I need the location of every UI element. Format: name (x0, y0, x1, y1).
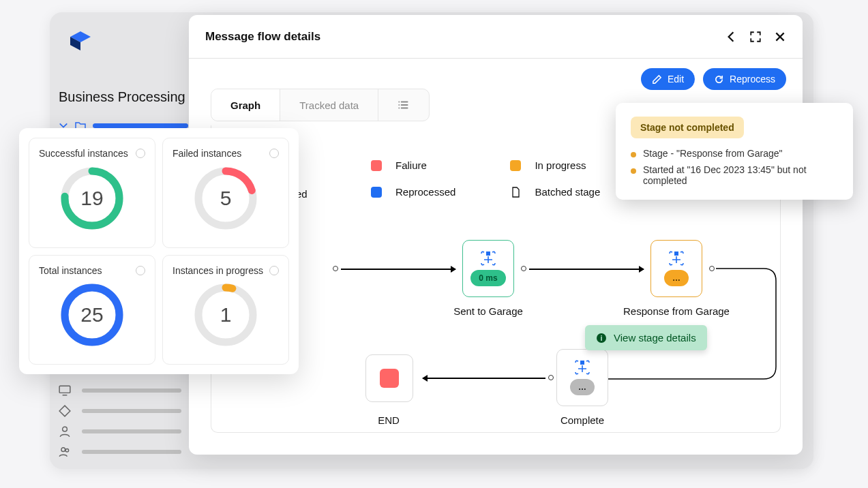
user-icon (59, 425, 71, 438)
svg-point-1 (63, 427, 68, 431)
node1-label: Sent to Garage (420, 305, 556, 317)
node-complete[interactable]: … (556, 349, 608, 406)
legend-reprocessed: Reprocessed (371, 186, 455, 198)
users-icon (59, 446, 71, 458)
popover-line: Stage - "Response from Garage" (631, 148, 838, 159)
kpi-successful-value: 19 (80, 187, 103, 210)
reprocess-button[interactable]: Reprocess (703, 68, 786, 90)
info-icon[interactable] (136, 149, 145, 158)
diamond-icon (59, 405, 71, 417)
stage-status-popover: Stage not completed Stage - "Response fr… (616, 103, 853, 200)
flow-node-icon (667, 251, 686, 266)
kpi-progress-value: 1 (220, 303, 232, 326)
flow-node-icon (479, 251, 498, 266)
app-logo (70, 31, 91, 57)
info-icon: i (596, 333, 607, 344)
back-icon[interactable] (725, 31, 737, 43)
svg-point-2 (61, 448, 65, 452)
legend: Faliure In progress Reprocessed Batched … (371, 159, 600, 198)
arrow-start-to-node1 (341, 269, 455, 270)
svg-rect-0 (59, 386, 70, 393)
list-icon (398, 99, 410, 111)
close-icon[interactable] (774, 31, 786, 43)
node3-pill: … (570, 379, 595, 395)
view-stage-details-tip[interactable]: i View stage details (585, 325, 707, 350)
tab-list[interactable] (378, 89, 429, 121)
end-label: END (320, 414, 457, 426)
panel-header: Message flow details (189, 15, 803, 59)
port-n1-out (521, 266, 526, 271)
action-row: Edit Reprocess (189, 59, 803, 90)
status-badge: Stage not completed (631, 117, 744, 138)
port-n3-in (548, 375, 554, 380)
info-icon[interactable] (269, 149, 279, 158)
info-icon[interactable] (269, 266, 279, 275)
sidebar-items (59, 380, 181, 462)
kpi-total-value: 25 (80, 303, 103, 326)
edit-icon (652, 74, 662, 85)
swatch-failure (371, 160, 382, 171)
node1-time-pill: 0 ms (470, 270, 505, 286)
tab-tracked-data[interactable]: Tracked data (280, 89, 378, 121)
monitor-icon (59, 384, 71, 397)
kpi-total: Total instances 25 (29, 255, 155, 365)
tab-graph[interactable]: Graph (211, 89, 280, 121)
popover-line: Started at "16 Dec 2023 13:45" but not c… (631, 164, 838, 186)
swatch-reprocessed (371, 187, 382, 198)
document-icon (510, 187, 521, 198)
node-sent-to-garage[interactable]: 0 ms (462, 240, 514, 297)
arrow-n2-to-n3 (593, 266, 784, 382)
svg-point-3 (65, 449, 69, 453)
kpi-failed: Failed instances 5 (162, 138, 289, 248)
panel-title: Message flow details (205, 30, 320, 44)
info-icon[interactable] (136, 266, 145, 275)
fullscreen-icon[interactable] (749, 31, 762, 43)
kpi-in-progress: Instances in progress 1 (162, 255, 289, 365)
end-icon (380, 369, 399, 388)
node-end[interactable] (365, 354, 413, 402)
flow-node-icon (573, 360, 592, 375)
workspace-title: Business Processing (59, 89, 185, 105)
svg-rect-6 (580, 361, 584, 365)
legend-in-progress: In progress (510, 159, 600, 171)
arrow-n3-to-end (423, 378, 545, 379)
svg-rect-4 (486, 251, 490, 256)
swatch-in-progress (510, 160, 521, 171)
edit-button-label: Edit (668, 74, 684, 85)
tip-label: View stage details (614, 332, 696, 344)
svg-rect-5 (674, 251, 678, 256)
tabs: Graph Tracked data (211, 89, 430, 121)
node3-label: Complete (514, 414, 650, 426)
edit-button[interactable]: Edit (641, 68, 695, 90)
kpi-card: Successful instances 19 Failed instances… (19, 128, 299, 374)
port-start (333, 266, 338, 271)
legend-failure: Faliure (371, 159, 455, 171)
kpi-failed-value: 5 (220, 187, 232, 210)
refresh-icon (714, 74, 724, 85)
reprocess-button-label: Reprocess (730, 74, 775, 85)
kpi-successful: Successful instances 19 (29, 138, 155, 248)
svg-text:i: i (600, 334, 602, 342)
legend-batched: Batched stage (510, 186, 600, 198)
